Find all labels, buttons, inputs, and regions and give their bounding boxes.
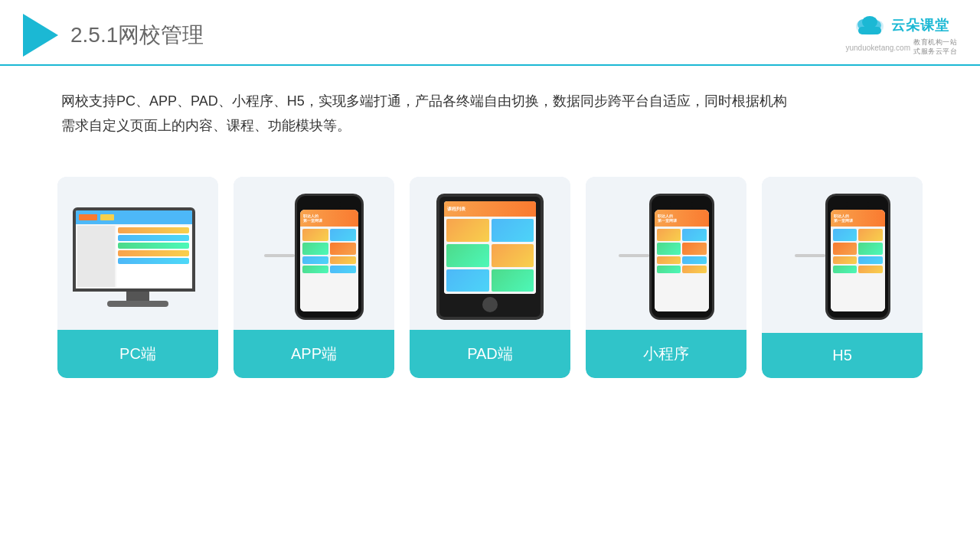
brand-tagline: yunduoketang.com 教育机构一站 式服务云平台 <box>845 38 957 56</box>
page-header: 2.5.1网校管理 云朵课堂 yunduoketang.com 教育机构 <box>0 0 980 66</box>
h5-block-1 <box>833 229 858 241</box>
title-number: 2.5.1 <box>70 23 118 47</box>
h5-header-text: 职达人的第一堂网课 <box>834 214 853 223</box>
description-block: 网校支持PC、APP、PAD、小程序、H5，实现多端打通，产品各终端自由切换，数… <box>0 66 980 146</box>
mini-block-8 <box>682 266 707 273</box>
cloud-icon <box>853 14 887 37</box>
app-card: 职达人的第一堂网课 <box>234 177 394 378</box>
svg-point-6 <box>862 16 877 28</box>
pc-block-4 <box>118 250 189 256</box>
app-screen-body <box>300 227 358 311</box>
app-label: APP端 <box>234 330 394 378</box>
h5-block-3 <box>833 243 858 255</box>
app-phone-screen: 职达人的第一堂网课 <box>300 210 358 311</box>
app-phone-mockup: 职达人的第一堂网课 <box>295 194 364 320</box>
h5-image-area: 职达人的第一堂网课 <box>762 177 923 330</box>
phone-notch-app <box>318 202 341 207</box>
pc-block-3 <box>118 243 189 249</box>
mini-phone-mockup: 职达人的第一堂网课 <box>649 194 714 320</box>
svg-rect-7 <box>858 27 881 34</box>
h5-block-7 <box>833 266 858 273</box>
pc-screen <box>76 210 192 289</box>
mini-block-3 <box>657 243 681 255</box>
app-block-2 <box>330 229 356 241</box>
miniprogram-image-area: 职达人的第一堂网课 <box>586 177 746 330</box>
pad-block-4 <box>492 244 534 267</box>
app-header-text: 职达人的第一堂网课 <box>303 214 322 223</box>
pad-screen-header: 课程列表 <box>444 201 536 217</box>
pc-block-1 <box>118 227 189 233</box>
h5-card: 职达人的第一堂网课 <box>762 177 923 378</box>
pc-monitor <box>73 207 195 292</box>
pad-tablet-mockup: 课程列表 <box>436 194 544 320</box>
brand-logo: 云朵课堂 yunduoketang.com 教育机构一站 式服务云平台 <box>845 14 957 56</box>
pc-neck <box>126 292 149 301</box>
play-icon <box>23 14 58 57</box>
pad-tablet-screen: 课程列表 <box>444 201 536 294</box>
h5-screen-body <box>831 227 885 311</box>
miniprogram-card: 职达人的第一堂网课 <box>586 177 746 378</box>
brand-tagline-1: 教育机构一站 式服务云平台 <box>913 38 957 56</box>
app-row-1 <box>302 229 356 241</box>
phone-notch-h5 <box>846 202 869 207</box>
h5-block-6 <box>858 256 883 264</box>
h5-phone-mockup: 职达人的第一堂网课 <box>825 194 890 320</box>
mini-row-3 <box>657 256 707 264</box>
pc-mockup <box>73 207 203 307</box>
device-cards: PC端 职达人的第一堂网课 <box>0 154 980 393</box>
h5-label: H5 <box>762 333 923 378</box>
h5-row-4 <box>833 266 883 273</box>
description-line1: 网校支持PC、APP、PAD、小程序、H5，实现多端打通，产品各终端自由切换，数… <box>61 89 919 113</box>
mini-header-text: 职达人的第一堂网课 <box>658 214 677 223</box>
mini-phone-screen: 职达人的第一堂网课 <box>655 210 709 311</box>
pc-image-area <box>57 177 218 330</box>
pc-sidebar <box>77 226 115 287</box>
pad-image-area: 课程列表 <box>410 177 570 330</box>
title-zh: 网校管理 <box>118 23 204 47</box>
h5-block-2 <box>858 229 883 241</box>
card-top-line-app <box>264 254 295 257</box>
brand-icon-area: 云朵课堂 <box>853 14 949 37</box>
miniprogram-label: 小程序 <box>586 330 746 378</box>
h5-row-3 <box>833 256 883 264</box>
mini-block-4 <box>682 243 707 255</box>
app-row-4 <box>302 266 356 273</box>
page-title: 2.5.1网校管理 <box>70 21 204 50</box>
mini-block-6 <box>682 256 707 264</box>
mini-row-4 <box>657 266 707 273</box>
pad-block-5 <box>446 269 489 292</box>
pc-base <box>107 301 168 307</box>
h5-phone-screen: 职达人的第一堂网课 <box>831 210 885 311</box>
app-block-3 <box>302 243 328 255</box>
app-block-5 <box>302 256 328 264</box>
app-block-4 <box>330 243 356 255</box>
mini-row-2 <box>657 243 707 255</box>
header-left: 2.5.1网校管理 <box>23 14 204 57</box>
mini-block-5 <box>657 256 681 264</box>
app-block-7 <box>302 266 328 273</box>
pc-label: PC端 <box>57 330 218 378</box>
card-top-line-h5 <box>795 254 825 257</box>
pc-screen-body <box>76 224 192 289</box>
pad-block-3 <box>446 244 489 267</box>
pad-block-2 <box>492 219 534 242</box>
h5-row-2 <box>833 243 883 255</box>
pad-card: 课程列表 PAD端 <box>410 177 570 378</box>
h5-block-5 <box>833 256 858 264</box>
mini-block-2 <box>682 229 707 241</box>
mini-screen-header: 职达人的第一堂网课 <box>655 210 709 227</box>
app-screen-header: 职达人的第一堂网课 <box>300 210 358 227</box>
description-line2: 需求自定义页面上的内容、课程、功能模块等。 <box>61 113 919 138</box>
phone-notch-mini <box>670 202 693 207</box>
pad-label: PAD端 <box>410 330 570 378</box>
pc-block-5 <box>118 258 189 264</box>
h5-block-4 <box>858 243 883 255</box>
brand-name: 云朵课堂 <box>891 16 949 34</box>
pad-block-1 <box>446 219 489 242</box>
app-image-area: 职达人的第一堂网课 <box>234 177 394 330</box>
pad-screen-body <box>444 217 536 294</box>
h5-block-8 <box>858 266 883 273</box>
h5-screen-header: 职达人的第一堂网课 <box>831 210 885 227</box>
app-block-6 <box>330 256 356 264</box>
brand-url: yunduoketang.com <box>845 44 910 52</box>
